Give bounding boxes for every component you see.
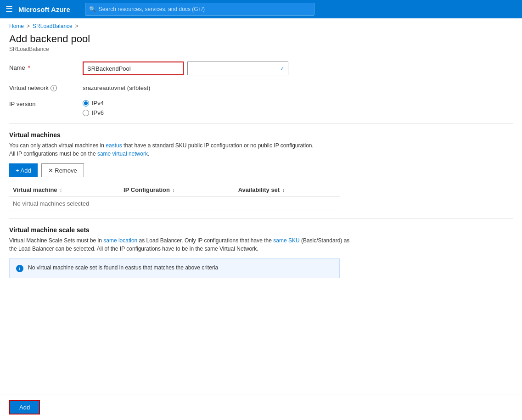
breadcrumb-sep1: >	[27, 23, 30, 29]
ip-version-label: IP version	[9, 98, 73, 107]
vm-button-bar: + Add ✕ Remove	[9, 163, 358, 177]
page-subtitle: SRLoadBalance	[9, 46, 513, 52]
vmss-section: Virtual machine scale sets Virtual Machi…	[9, 226, 358, 278]
ip-sort-icon[interactable]: ↕	[173, 188, 175, 193]
col-header-avail[interactable]: Availability set ↕	[235, 184, 340, 196]
info-box-icon: i	[16, 265, 23, 272]
ipv4-radio[interactable]	[83, 100, 89, 106]
col-header-vm[interactable]: Virtual machine ↕	[9, 184, 120, 196]
breadcrumb-sep2: >	[75, 23, 79, 29]
avail-sort-icon[interactable]: ↕	[282, 188, 285, 193]
vm-no-items-text: No virtual machines selected	[9, 196, 340, 211]
page-header: Add backend pool SRLoadBalance	[0, 31, 522, 54]
vm-no-items-row: No virtual machines selected	[9, 196, 340, 211]
remove-vm-button[interactable]: ✕ Remove	[41, 163, 84, 177]
name-label: Name*	[9, 62, 73, 71]
vmss-section-heading: Virtual machine scale sets	[9, 226, 358, 234]
top-navigation: ☰ Microsoft Azure 🔍	[0, 0, 522, 18]
ip-version-row: IP version IPv4 IPv6	[9, 98, 513, 116]
vm-section: Virtual machines You can only attach vir…	[9, 131, 358, 211]
vm-info-text: You can only attach virtual machines in …	[9, 141, 358, 158]
vm-table-header-row: Virtual machine ↕ IP Configuration ↕ Ava…	[9, 184, 340, 196]
brand-name: Microsoft Azure	[18, 6, 70, 13]
remove-vm-button-label: ✕ Remove	[48, 167, 77, 174]
same-vnet-link[interactable]: same virtual network	[97, 151, 148, 157]
section-divider-1	[9, 123, 513, 124]
section-divider-2	[9, 218, 513, 219]
vmss-info-box-text: No virtual machine scale set is found in…	[28, 264, 218, 271]
ipv6-radio[interactable]	[83, 110, 89, 116]
same-sku-link[interactable]: same SKU	[273, 237, 299, 244]
vmss-info-text: Virtual Machine Scale Sets must be in sa…	[9, 236, 358, 253]
ip-version-radio-group: IPv4 IPv6	[83, 98, 104, 116]
breadcrumb-resource[interactable]: SRLoadBalance	[33, 23, 73, 29]
main-content: Name* ✓ Virtual network i srazureautovne…	[0, 54, 522, 289]
search-icon: 🔍	[89, 6, 96, 12]
vmss-info-span: Virtual Machine Scale Sets must be in sa…	[9, 237, 349, 252]
col-header-ip[interactable]: IP Configuration ↕	[120, 184, 235, 196]
name-input[interactable]	[83, 62, 184, 75]
vm-info-line1: You can only attach virtual machines in …	[9, 142, 314, 149]
vm-table-container: Virtual machine ↕ IP Configuration ↕ Ava…	[9, 184, 340, 211]
required-indicator: *	[28, 64, 30, 71]
breadcrumb: Home > SRLoadBalance >	[0, 18, 522, 31]
breadcrumb-home[interactable]: Home	[9, 23, 24, 29]
same-location-link[interactable]: same location	[103, 237, 137, 244]
add-vm-button-label: + Add	[16, 167, 31, 174]
virtual-network-info-icon[interactable]: i	[51, 85, 57, 91]
virtual-network-value: srazureautovnet (srlbtest)	[83, 82, 150, 91]
vm-table: Virtual machine ↕ IP Configuration ↕ Ava…	[9, 184, 340, 211]
name-dropdown[interactable]: ✓	[187, 62, 288, 75]
vm-info-line2: All IP configurations must be on the sam…	[9, 151, 149, 157]
eastus-link[interactable]: eastus	[106, 142, 122, 149]
page-title: Add backend pool	[9, 33, 513, 45]
ipv6-label: IPv6	[92, 109, 104, 116]
ipv4-option[interactable]: IPv4	[83, 100, 104, 106]
vmss-info-box: i No virtual machine scale set is found …	[9, 258, 340, 278]
ipv4-label: IPv4	[92, 100, 104, 106]
vm-sort-icon[interactable]: ↕	[60, 188, 62, 193]
virtual-network-label: Virtual network i	[9, 82, 73, 91]
search-input[interactable]	[99, 6, 310, 12]
add-vm-button[interactable]: + Add	[9, 163, 38, 177]
global-search-bar[interactable]: 🔍	[85, 3, 314, 16]
name-field-row: Name* ✓	[9, 62, 513, 75]
vm-section-heading: Virtual machines	[9, 131, 358, 139]
hamburger-menu-icon[interactable]: ☰	[6, 4, 13, 14]
name-control-group: ✓	[83, 62, 288, 75]
ipv6-option[interactable]: IPv6	[83, 109, 104, 116]
virtual-network-row: Virtual network i srazureautovnet (srlbt…	[9, 82, 513, 91]
chevron-down-icon: ✓	[280, 66, 284, 72]
